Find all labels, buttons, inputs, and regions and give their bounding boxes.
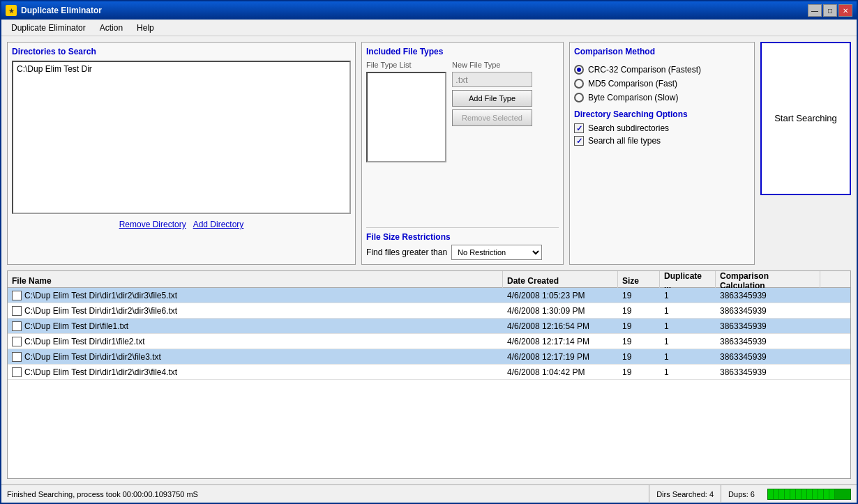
remove-selected-button[interactable]: Remove Selected	[452, 109, 532, 126]
title-bar: ★ Duplicate Eliminator — □ ✕	[1, 1, 857, 20]
prog-8	[807, 489, 813, 499]
file-size-row: Find files greater than No Restriction 1…	[366, 245, 559, 260]
remove-directory-button[interactable]: Remove Directory	[119, 220, 186, 229]
table-body: C:\Dup Elim Test Dir\dir1\dir2\dir3\file…	[8, 288, 850, 478]
prog-12	[829, 489, 835, 499]
row-dups-1: 1	[660, 303, 716, 318]
dirs-searched: Dirs Searched: 4	[649, 485, 721, 503]
window-icon: ★	[6, 5, 17, 16]
table-row[interactable]: C:\Dup Elim Test Dir\file1.txt4/6/2008 1…	[8, 319, 850, 334]
row-date-0: 4/6/2008 1:05:23 PM	[503, 288, 618, 303]
new-file-type-col: New File Type Add File Type Remove Selec…	[452, 61, 532, 222]
prog-10	[818, 489, 824, 499]
directory-entry-0: C:\Dup Elim Test Dir	[15, 63, 348, 75]
menu-item-action[interactable]: Action	[93, 22, 130, 34]
row-date-4: 4/6/2008 12:17:19 PM	[503, 349, 618, 364]
directories-listbox[interactable]: C:\Dup Elim Test Dir	[12, 61, 351, 214]
file-type-list-col: File Type List	[366, 61, 446, 222]
radio-label-0: CRC-32 Comparison (Fastest)	[588, 65, 701, 75]
radio-row-2[interactable]: Byte Comparison (Slow)	[574, 93, 750, 102]
row-checkbox-0[interactable]	[12, 291, 22, 300]
row-calc-4: 3863345939	[716, 349, 820, 364]
status-right: Dirs Searched: 4 Dups: 6	[649, 485, 851, 503]
radio-md5[interactable]	[574, 79, 584, 89]
directory-buttons: Remove Directory Add Directory	[12, 220, 351, 229]
add-file-type-button[interactable]: Add File Type	[452, 90, 532, 107]
results-section: File Name Date Created Size Duplicate ..…	[7, 270, 851, 479]
close-button[interactable]: ✕	[838, 4, 852, 17]
row-dups-0: 1	[660, 288, 716, 303]
row-dups-5: 1	[660, 365, 716, 379]
title-buttons: — □ ✕	[808, 4, 852, 17]
table-row[interactable]: C:\Dup Elim Test Dir\dir1\dir2\file3.txt…	[8, 349, 850, 365]
checkbox-subdirs[interactable]: ✓	[574, 123, 584, 133]
row-checkbox-1[interactable]	[12, 306, 22, 316]
prog-5	[790, 489, 796, 499]
row-file-2: C:\Dup Elim Test Dir\file1.txt	[24, 321, 128, 331]
row-date-3: 4/6/2008 12:17:14 PM	[503, 334, 618, 349]
restriction-select[interactable]: No Restriction 1 KB 10 KB 100 KB 1 MB 10…	[451, 245, 542, 260]
row-checkbox-4[interactable]	[12, 352, 22, 362]
maximize-button[interactable]: □	[823, 4, 837, 17]
row-file-0: C:\Dup Elim Test Dir\dir1\dir2\dir3\file…	[24, 291, 177, 300]
radio-row-0[interactable]: CRC-32 Comparison (Fastest)	[574, 65, 750, 75]
row-calc-2: 3863345939	[716, 319, 820, 333]
start-searching-button[interactable]: Start Searching	[760, 42, 851, 195]
row-dups-3: 1	[660, 334, 716, 349]
row-dups-4: 1	[660, 349, 716, 364]
dir-search-section: Directory Searching Options ✓ Search sub…	[574, 109, 750, 146]
table-row[interactable]: C:\Dup Elim Test Dir\dir1\dir2\dir3\file…	[8, 303, 850, 319]
row-checkbox-3[interactable]	[12, 337, 22, 346]
radio-row-1[interactable]: MD5 Comparison (Fast)	[574, 79, 750, 89]
radio-crc32[interactable]	[574, 65, 584, 75]
checkmark-subdirs: ✓	[576, 124, 582, 133]
radio-byte[interactable]	[574, 93, 584, 102]
row-calc-3: 3863345939	[716, 334, 820, 349]
prog-2	[774, 489, 779, 499]
directories-panel: Directories to Search C:\Dup Elim Test D…	[7, 42, 356, 265]
prog-7	[801, 489, 807, 499]
file-size-title: File Size Restrictions	[366, 232, 559, 242]
file-types-inner: File Type List New File Type Add File Ty…	[366, 61, 559, 222]
new-file-type-label: New File Type	[452, 61, 532, 69]
row-size-5: 19	[618, 365, 660, 379]
comparison-panel: Comparison Method CRC-32 Comparison (Fas…	[569, 42, 755, 265]
file-size-section: File Size Restrictions Find files greate…	[366, 227, 559, 260]
radio-label-2: Byte Comparison (Slow)	[588, 93, 678, 102]
file-type-listbox[interactable]	[366, 72, 446, 162]
row-checkbox-2[interactable]	[12, 321, 22, 331]
prog-3	[779, 489, 785, 499]
radio-label-1: MD5 Comparison (Fast)	[588, 79, 677, 89]
add-directory-button[interactable]: Add Directory	[193, 220, 244, 229]
row-date-5: 4/6/2008 1:04:42 PM	[503, 365, 618, 379]
directories-title: Directories to Search	[12, 47, 351, 56]
row-file-3: C:\Dup Elim Test Dir\dir1\file2.txt	[24, 337, 145, 346]
row-file-5: C:\Dup Elim Test Dir\dir1\dir2\dir3\file…	[24, 367, 177, 377]
row-checkbox-5[interactable]	[12, 367, 22, 377]
table-row[interactable]: C:\Dup Elim Test Dir\dir1\dir2\dir3\file…	[8, 365, 850, 380]
file-size-label: Find files greater than	[366, 247, 447, 257]
prog-9	[813, 489, 818, 499]
row-calc-5: 3863345939	[716, 365, 820, 379]
row-size-2: 19	[618, 319, 660, 333]
row-file-4: C:\Dup Elim Test Dir\dir1\dir2\file3.txt	[24, 352, 161, 362]
prog-11	[824, 489, 829, 499]
window-title: Duplicate Eliminator	[21, 6, 808, 15]
dups-count: Dups: 6	[721, 485, 762, 503]
menu-item-help[interactable]: Help	[130, 22, 161, 34]
menu-item-duplicate-eliminator[interactable]: Duplicate Eliminator	[4, 22, 93, 34]
checkbox-row-1[interactable]: ✓ Search all file types	[574, 136, 750, 146]
new-file-type-input[interactable]	[452, 72, 532, 87]
status-bar: Finished Searching, process took 00:00:0…	[1, 484, 857, 503]
table-row[interactable]: C:\Dup Elim Test Dir\dir1\dir2\dir3\file…	[8, 288, 850, 303]
row-size-3: 19	[618, 334, 660, 349]
table-header: File Name Date Created Size Duplicate ..…	[8, 271, 850, 288]
row-date-2: 4/6/2008 12:16:54 PM	[503, 319, 618, 333]
checkbox-label-1: Search all file types	[588, 136, 661, 146]
table-row[interactable]: C:\Dup Elim Test Dir\dir1\file2.txt4/6/2…	[8, 334, 850, 349]
row-dups-2: 1	[660, 319, 716, 333]
minimize-button[interactable]: —	[808, 4, 822, 17]
checkbox-all-types[interactable]: ✓	[574, 136, 584, 146]
checkmark-all-types: ✓	[576, 137, 582, 146]
checkbox-row-0[interactable]: ✓ Search subdirectories	[574, 123, 750, 133]
